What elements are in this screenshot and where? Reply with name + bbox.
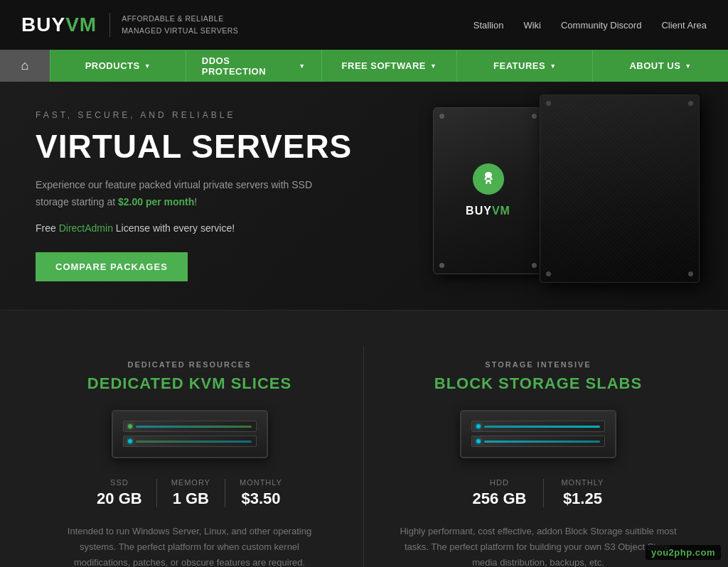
device-corner-tl	[439, 114, 444, 119]
nav-client-area[interactable]: Client Area	[661, 20, 707, 31]
block-hdd-label: HDD	[473, 478, 527, 487]
kvm-desc: Intended to run Windows Server, Linux, a…	[51, 524, 328, 567]
block-rack-bar-1	[484, 426, 600, 428]
block-rack	[460, 410, 616, 458]
features-arrow: ▼	[550, 63, 556, 70]
kvm-category: DEDICATED RESOURCES	[51, 360, 328, 369]
logo-buy: BUY	[21, 14, 65, 36]
block-desc: Highly performant, cost effective, addon…	[400, 524, 677, 567]
block-monthly-value: $1.25	[561, 490, 604, 508]
product-block-storage: STORAGE INTENSIVE BLOCK STORAGE SLABS HD…	[364, 346, 712, 567]
nav-item-about[interactable]: ABOUT US ▼	[592, 50, 728, 82]
kvm-specs: SSD 20 GB Memory 1 GB Monthly $3.50	[51, 478, 328, 508]
kvm-mem-value: 1 GB	[171, 490, 210, 508]
device-buy: BUY	[466, 205, 492, 217]
hero-subtitle: FAST, SECURE, AND RELIABLE	[36, 110, 363, 120]
home-icon: ⌂	[21, 58, 29, 73]
nav-home-button[interactable]: ⌂	[0, 50, 50, 82]
device-right-panel	[540, 94, 700, 283]
hero-free: Free DirectAdmin License with every serv…	[36, 222, 363, 234]
nav-wiki[interactable]: Wiki	[523, 20, 541, 31]
kvm-monthly-label: Monthly	[240, 478, 282, 487]
block-rack-unit-2	[471, 436, 605, 447]
hero-content: FAST, SECURE, AND RELIABLE VIRTUAL SERVE…	[36, 110, 363, 281]
nav-item-software[interactable]: FREE SOFTWARE ▼	[321, 50, 457, 82]
server-device-illustration: BUYVM	[422, 94, 700, 283]
tagline-line1: AFFORDABLE & RELIABLE	[122, 13, 238, 25]
nav-item-ddos[interactable]: DDOS PROTECTION ▼	[186, 50, 321, 82]
products-grid: DEDICATED RESOURCES DEDICATED KVM SLICES…	[0, 346, 728, 567]
logo-tagline: AFFORDABLE & RELIABLE MANAGED VIRTUAL SE…	[109, 13, 238, 37]
block-spec-monthly: Monthly $1.25	[544, 478, 621, 508]
device-vm: VM	[492, 205, 510, 217]
block-rack-bar-2	[484, 441, 600, 443]
products-section: DEDICATED RESOURCES DEDICATED KVM SLICES…	[0, 310, 728, 567]
device-logo-text: BUYVM	[466, 205, 510, 217]
main-navbar: ⌂ PRODUCTS ▼ DDOS PROTECTION ▼ FREE SOFT…	[0, 50, 728, 82]
about-arrow: ▼	[685, 63, 691, 70]
block-monthly-label: Monthly	[561, 478, 604, 487]
compare-packages-button[interactable]: COMPARE PACKAGES	[36, 252, 188, 281]
logo-wordmark: BUYVM	[21, 14, 97, 36]
kvm-rack	[112, 410, 268, 458]
block-spec-hdd: HDD 256 GB	[456, 478, 544, 508]
hero-price: $2.00 per month	[118, 196, 194, 207]
free-before: Free	[36, 222, 59, 234]
device-texture	[540, 95, 699, 282]
device-right-corner-bl	[546, 271, 551, 276]
device-right-corner-tr	[688, 101, 693, 106]
device-right-corner-br	[688, 271, 693, 276]
header-nav: Stallion Wiki Community Discord Client A…	[473, 20, 707, 31]
rack-unit-2	[123, 436, 257, 447]
block-hdd-value: 256 GB	[473, 490, 527, 508]
device-logo-icon	[473, 163, 504, 195]
nav-community-discord[interactable]: Community Discord	[561, 20, 641, 31]
kvm-name: DEDICATED KVM SLICES	[51, 374, 328, 393]
device-left-panel: BUYVM	[433, 107, 543, 274]
hero-section: FAST, SECURE, AND RELIABLE VIRTUAL SERVE…	[0, 82, 728, 310]
kvm-monthly-value: $3.50	[240, 490, 282, 508]
rack-unit-1	[123, 421, 257, 432]
block-specs: HDD 256 GB Monthly $1.25	[400, 478, 677, 508]
block-rack-unit-1	[471, 421, 605, 432]
product-kvm: DEDICATED RESOURCES DEDICATED KVM SLICES…	[16, 346, 364, 567]
ddos-arrow: ▼	[299, 63, 305, 70]
tagline-line2: MANAGED VIRTUAL SERVERS	[122, 25, 238, 37]
block-category: STORAGE INTENSIVE	[400, 360, 677, 369]
kvm-ssd-value: 20 GB	[97, 490, 142, 508]
logo: BUYVM AFFORDABLE & RELIABLE MANAGED VIRT…	[21, 13, 238, 37]
free-after: License with every service!	[113, 222, 235, 234]
hero-desc-after: !	[194, 196, 197, 207]
device-corner-bl	[439, 263, 444, 268]
device-corner-tr	[532, 114, 537, 119]
nav-stallion[interactable]: Stallion	[473, 20, 504, 31]
watermark: you2php.com	[646, 545, 721, 560]
kvm-spec-memory: Memory 1 GB	[157, 478, 225, 508]
rack-light-green	[128, 424, 132, 428]
device-corner-br	[532, 263, 537, 268]
block-rack-light-teal-2	[476, 439, 481, 443]
kvm-spec-ssd: SSD 20 GB	[82, 478, 156, 508]
horse-icon	[479, 170, 498, 188]
directadmin-link[interactable]: DirectAdmin	[59, 222, 113, 234]
nav-item-products[interactable]: PRODUCTS ▼	[50, 50, 186, 82]
kvm-ssd-label: SSD	[97, 478, 142, 487]
device-right-corner-tl	[546, 101, 551, 106]
rack-light-teal	[128, 439, 132, 443]
hero-description: Experience our feature packed virtual pr…	[36, 177, 313, 211]
block-name: BLOCK STORAGE SLABS	[400, 374, 677, 393]
nav-item-features[interactable]: FEATURES ▼	[456, 50, 592, 82]
header: BUYVM AFFORDABLE & RELIABLE MANAGED VIRT…	[0, 0, 728, 50]
software-arrow: ▼	[430, 63, 437, 70]
kvm-mem-label: Memory	[171, 478, 210, 487]
hero-image: BUYVM	[415, 92, 707, 284]
rack-bar-1	[136, 426, 252, 428]
kvm-spec-monthly: Monthly $3.50	[225, 478, 296, 508]
logo-vm: VM	[65, 14, 97, 36]
products-arrow: ▼	[144, 63, 151, 70]
hero-title: VIRTUAL SERVERS	[36, 127, 363, 166]
block-rack-light-teal-1	[476, 424, 481, 428]
rack-bar-2	[136, 441, 252, 443]
